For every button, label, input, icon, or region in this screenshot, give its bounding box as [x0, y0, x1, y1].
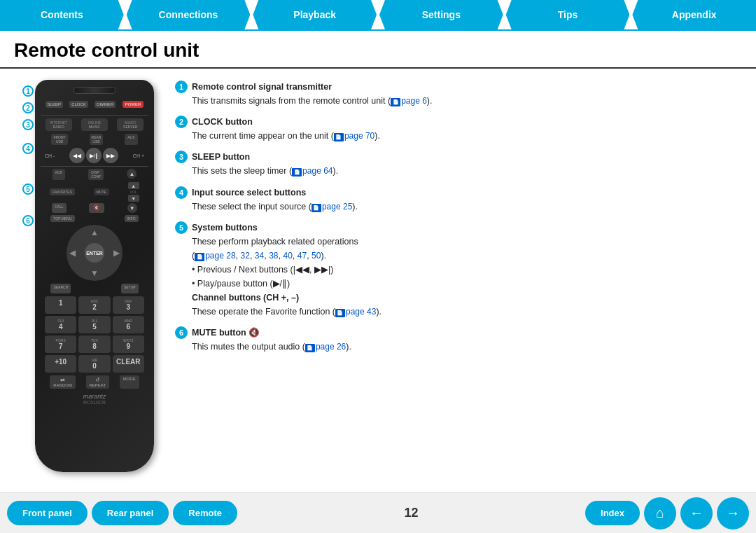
internet-radio-button[interactable]: INTERNET RADIO [46, 118, 72, 131]
random-button[interactable]: ⇄ RANDOM [50, 375, 76, 389]
num-2-button[interactable]: ABC2 [78, 296, 110, 314]
num-8-button[interactable]: TUV8 [78, 335, 110, 353]
online-music-button[interactable]: ONLINE MUSIC [81, 118, 108, 131]
setup-button[interactable]: SETUP [121, 284, 139, 293]
music-server-button[interactable]: MUSIC SERVER [117, 118, 144, 131]
pageref-5e[interactable]: 40 [283, 251, 292, 261]
doc-icon-1: 📄 [391, 98, 400, 106]
rear-panel-button[interactable]: Rear panel [92, 501, 169, 525]
desc-body-5a: These perform playback related operation… [192, 237, 358, 247]
up-button[interactable]: ▲ [127, 169, 136, 179]
power-button[interactable]: POWER [122, 101, 144, 108]
forward-button[interactable]: → [717, 497, 749, 529]
next-button[interactable]: ▶▶ [103, 148, 118, 163]
back-button[interactable]: ← [680, 497, 713, 529]
back-icon: ← [690, 505, 704, 521]
tab-playback[interactable]: Playback [253, 0, 377, 29]
pageref-4[interactable]: page 25 [322, 202, 352, 212]
nav-left-arrow[interactable]: ◀ [69, 248, 76, 258]
channel-buttons-label: Channel buttons (CH +, –) [192, 293, 299, 303]
dimmer-button[interactable]: DIMMER [94, 101, 115, 108]
down-button[interactable]: ▼ [127, 203, 137, 213]
favorites-button[interactable]: FAVORITES [50, 188, 75, 195]
pageref-5g[interactable]: 50 [312, 251, 321, 261]
front-usb-button[interactable]: FRONT USB [51, 134, 67, 145]
num-9-button[interactable]: WXYZ9 [113, 335, 144, 353]
repeat-button[interactable]: ↺ REPEAT [86, 375, 110, 389]
doc-icon-4: 📄 [312, 204, 321, 212]
pageref-5f[interactable]: 47 [298, 251, 307, 261]
pageref-5h[interactable]: page 43 [346, 307, 376, 317]
index-button[interactable]: Index [585, 501, 640, 525]
nav-up-arrow[interactable]: ▲ [90, 228, 99, 237]
desc-item-3: 3 SLEEP button This sets the sleep timer… [175, 150, 742, 178]
pageref-5[interactable]: page 28 [205, 251, 235, 261]
desc-item-1: 1 Remote control signal transmitter This… [175, 80, 742, 108]
num-0-button[interactable]: AIR0 [78, 355, 110, 373]
clear-button[interactable]: CLEAR [113, 355, 144, 373]
num-7-button[interactable]: PQRS7 [45, 335, 76, 353]
desc-title-1: Remote control signal transmitter [192, 82, 332, 92]
remote-button[interactable]: Remote [173, 501, 237, 525]
mute-icon-button[interactable]: 🔇 [89, 203, 104, 213]
ch-plus-button[interactable]: CH + [133, 153, 144, 158]
tab-tips[interactable]: Tips [506, 0, 630, 29]
desc-text-2: CLOCK button The current time appear on … [192, 115, 380, 143]
enter-button[interactable]: ENTER [85, 243, 104, 263]
navigation-ring[interactable]: ▲ ▼ ◀ ▶ ENTER [66, 225, 122, 281]
search-button[interactable]: SEARCH [50, 284, 71, 293]
num-5-button[interactable]: JKL5 [78, 316, 110, 333]
desc-item-2: 2 CLOCK button The current time appear o… [175, 115, 742, 143]
desc-body-4: These select the input source (📄page 25)… [192, 202, 358, 212]
nav-down-arrow[interactable]: ▼ [90, 268, 99, 278]
desc-text-1: Remote control signal transmitter This t… [192, 80, 432, 108]
num-3-button[interactable]: DEF3 [113, 296, 144, 314]
num-4-button[interactable]: GHI4 [45, 316, 76, 333]
desc-title-3: SLEEP button [192, 152, 250, 162]
tab-connections[interactable]: Connections [127, 0, 251, 29]
pageref-6[interactable]: page 26 [316, 342, 346, 352]
model-number: RC010CR [41, 400, 148, 405]
ch-minus-button[interactable]: CH - [45, 153, 55, 158]
num-6-button[interactable]: MNO6 [113, 316, 144, 333]
tab-appendix[interactable]: Appendix [632, 0, 756, 29]
pageref-1[interactable]: page 6 [401, 96, 427, 106]
clock-button[interactable]: CLOCK [69, 101, 88, 108]
prev-button[interactable]: ◀◀ [69, 148, 85, 163]
desc-text-5: System buttons These perform playback re… [192, 221, 382, 319]
aux-button[interactable]: AUX [125, 134, 137, 145]
label-4: 4 [22, 143, 34, 154]
pageref-5c[interactable]: 34 [255, 251, 264, 261]
home-button[interactable]: ⌂ [644, 497, 676, 529]
num-plus10-button[interactable]: +10 [45, 355, 76, 373]
volume-down-button[interactable]: ▼ [128, 195, 139, 202]
mute-button[interactable]: MUTE [94, 188, 109, 195]
disp-conf-button[interactable]: DISPCONF [88, 169, 104, 180]
num-1-button[interactable]: 1 [45, 296, 76, 314]
play-pause-button[interactable]: ▶/‖ [86, 148, 102, 163]
desc-title-4: Input source select buttons [192, 188, 306, 198]
main-content: 1 2 3 4 5 6 SLEEP CLOCK DIMMER POWER [0, 69, 756, 488]
remote-body: SLEEP CLOCK DIMMER POWER INTERNET RADIO … [35, 80, 154, 472]
search-setup-row: SEARCH SETUP [41, 284, 148, 293]
tab-settings[interactable]: Settings [379, 0, 503, 29]
mode-button[interactable]: MODE [120, 375, 139, 389]
pageref-5d[interactable]: 38 [269, 251, 278, 261]
volume-up-button[interactable]: ▲ [128, 182, 139, 189]
add-button[interactable]: ADD [52, 169, 66, 180]
desc-num-6: 6 [175, 326, 188, 339]
pageref-3[interactable]: page 64 [302, 166, 332, 176]
top-navigation: Contents Connections Playback Settings T… [0, 0, 756, 31]
nav-right-arrow[interactable]: ▶ [113, 248, 120, 258]
tab-contents[interactable]: Contents [0, 0, 124, 29]
sleep-button[interactable]: SLEEP [46, 101, 63, 108]
pageref-2[interactable]: page 70 [344, 131, 374, 141]
rear-usb-button[interactable]: REAR USB [90, 134, 104, 145]
desc-num-1: 1 [175, 81, 188, 93]
call-button[interactable]: CALL [52, 203, 66, 213]
info-button[interactable]: INFO [125, 215, 139, 222]
front-panel-button[interactable]: Front panel [7, 501, 88, 525]
pageref-5b[interactable]: 32 [241, 251, 250, 261]
top-menu-button[interactable]: TOP MENU [50, 215, 74, 222]
desc-text-3: SLEEP button This sets the sleep timer (… [192, 150, 338, 178]
